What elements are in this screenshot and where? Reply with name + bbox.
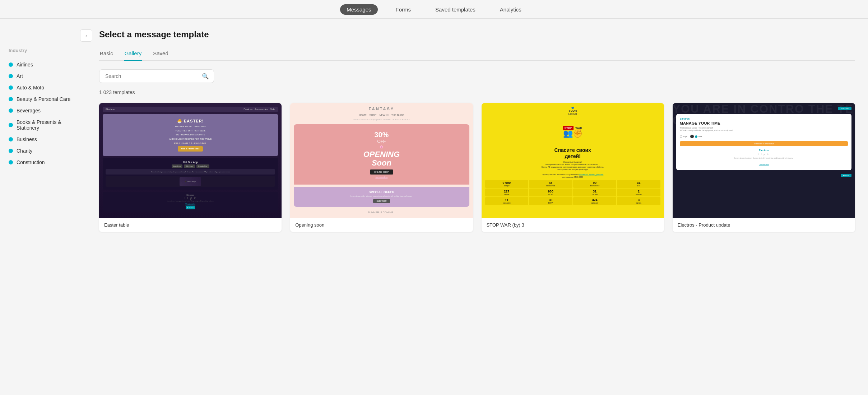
electros-theme-options: Light Dark xyxy=(680,135,848,138)
template-tabs: Basic Gallery Saved xyxy=(99,48,855,61)
template-preview-electros: YOU ARE IN CONTRO THE TECHNI Electros El… xyxy=(673,103,855,218)
template-card-stop-war[interactable]: 💙 YOUR LOGO STOP WAR 👥✊ xyxy=(482,103,664,232)
sidebar-item-construction[interactable]: Construction xyxy=(7,157,86,168)
sidebar-item-beauty-personal-care[interactable]: Beauty & Personal Care xyxy=(7,93,86,105)
tab-gallery[interactable]: Gallery xyxy=(124,48,143,61)
sidebar-list: Airlines Art Auto & Moto Beauty & Person… xyxy=(7,59,86,168)
sidebar-item-auto-moto[interactable]: Auto & Moto xyxy=(7,82,86,93)
radio-dark[interactable] xyxy=(695,135,697,138)
tab-saved[interactable]: Saved xyxy=(152,48,169,61)
stopwar-illustration: STOP WAR 👥✊ xyxy=(485,117,660,146)
sidebar-dot-business xyxy=(9,137,13,141)
sidebar-dot-art xyxy=(9,74,13,78)
electros-inner-card: Electros MANAGE YOUR TIME The technique … xyxy=(676,114,851,170)
sidebar-item-business[interactable]: Business xyxy=(7,134,86,145)
main-content: Select a message template Basic Gallery … xyxy=(86,19,868,395)
template-preview-stopwar: 💙 YOUR LOGO STOP WAR 👥✊ xyxy=(482,103,664,218)
sidebar-item-books-presents-stationery[interactable]: Books & Presents & Stationery xyxy=(7,116,86,134)
opening-nav: HOMESHOPNEW INTHE BLOG xyxy=(294,114,469,116)
stopwar-body: Уважаемые беларусы! По Гарантийной ягоды… xyxy=(540,161,605,178)
radio-light[interactable] xyxy=(680,135,682,138)
chevron-left-icon: ‹ xyxy=(85,33,87,38)
sidebar-label-charity: Charity xyxy=(17,148,32,154)
sidebar-label-construction: Construction xyxy=(17,159,45,165)
nav-item-forms[interactable]: Forms xyxy=(389,4,418,15)
easter-footer: Electros f t yt in Lorem ipsum is simply… xyxy=(103,192,278,212)
nav-item-analytics[interactable]: Analytics xyxy=(493,4,528,15)
sidebar-item-beverages[interactable]: Beverages xyxy=(7,105,86,116)
sidebar-dot-charity xyxy=(9,149,13,153)
template-label-opening: Opening soon xyxy=(290,218,473,232)
template-preview-easter: Electros Devices Accessories Sale 🐣 EAST… xyxy=(99,103,282,218)
easter-hero: 🐣 EASTER! GATHER YOUR LOVED ONES TOGETHE… xyxy=(103,114,278,156)
nav-item-messages[interactable]: Messages xyxy=(340,4,377,15)
search-wrapper: 🔍 xyxy=(99,69,214,83)
electros-footer-text: Lorem ipsum is simply dummy text of the … xyxy=(680,157,848,159)
template-card-electros[interactable]: YOU ARE IN CONTRO THE TECHNI Electros El… xyxy=(673,103,855,232)
main-layout: ‹ Industry Airlines Art Auto & Moto Beau… xyxy=(0,19,868,395)
page-title: Select a message template xyxy=(99,29,855,40)
nav-item-saved-templates[interactable]: Saved templates xyxy=(429,4,482,15)
opening-mid: SPECIAL OFFER Lorem ipsum dolor sit amet… xyxy=(294,187,469,207)
easter-app-section: Get Our App AppStore Windows GooglePlay … xyxy=(103,158,278,190)
template-label-stopwar: STOP WAR (by) 3 xyxy=(482,218,664,232)
sidebar-label-auto-moto: Auto & Moto xyxy=(17,85,44,90)
stopwar-headline: Спасите своихдетей! xyxy=(554,147,591,159)
stopwar-logo: 💙 YOUR LOGO xyxy=(568,107,577,116)
electros-headline: MANAGE YOUR TIME xyxy=(680,121,848,125)
template-label-electros: Electros - Product update xyxy=(673,218,855,232)
checkout-button[interactable]: Proceed to checkout xyxy=(680,141,848,146)
theme-circle-dark xyxy=(690,135,694,138)
sidebar-dot-construction xyxy=(9,160,13,164)
sidebar-label-beverages: Beverages xyxy=(17,108,41,113)
stopwar-stats-grid: 9 000солдат 43самолётов 90вертолётов 31Б… xyxy=(485,180,660,205)
opening-summer: SUMMER IS COMING... xyxy=(294,209,469,216)
sidebar-item-airlines[interactable]: Airlines xyxy=(7,59,86,70)
tab-basic[interactable]: Basic xyxy=(99,48,114,61)
electros-subtext: The technique assists - you are in contr… xyxy=(680,127,848,132)
search-input[interactable] xyxy=(99,69,214,83)
opening-hero: 30% OFF 🌸 OPENINGSoon ONLINE SHOP summer… xyxy=(294,124,469,185)
sidebar: ‹ Industry Airlines Art Auto & Moto Beau… xyxy=(0,19,86,395)
sidebar-dot-airlines xyxy=(9,62,13,67)
template-card-easter-table[interactable]: Electros Devices Accessories Sale 🐣 EAST… xyxy=(99,103,282,232)
easter-nav-bar: Electros Devices Accessories Sale xyxy=(103,107,278,112)
sidebar-label-beauty: Beauty & Personal Care xyxy=(17,96,70,102)
sidebar-dot-beauty xyxy=(9,97,13,101)
sidebar-toggle-button[interactable]: ‹ xyxy=(80,29,92,42)
sidebar-label-airlines: Airlines xyxy=(17,62,33,68)
sidebar-item-charity[interactable]: Charity xyxy=(7,145,86,157)
sidebar-dot-books xyxy=(9,123,13,127)
sidebar-label-books: Books & Presents & Stationery xyxy=(17,119,84,131)
template-card-opening-soon[interactable]: FANTASY HOMESHOPNEW INTHE BLOG ✈ FREE SH… xyxy=(290,103,473,232)
sidebar-item-art[interactable]: Art xyxy=(7,70,86,82)
sidebar-label-art: Art xyxy=(17,73,23,79)
sidebar-divider xyxy=(7,26,86,26)
search-icon: 🔍 xyxy=(202,73,209,80)
top-navigation: Messages Forms Saved templates Analytics xyxy=(0,0,868,19)
sidebar-label-business: Business xyxy=(17,136,37,142)
template-label-easter: Easter table xyxy=(99,218,282,232)
template-preview-opening: FANTASY HOMESHOPNEW INTHE BLOG ✈ FREE SH… xyxy=(290,103,473,218)
templates-count: 1 023 templates xyxy=(99,89,855,95)
electros-brand: Electros xyxy=(680,117,848,120)
sidebar-section-title: Industry xyxy=(7,48,86,53)
sidebar-dot-beverages xyxy=(9,108,13,113)
template-grid: Electros Devices Accessories Sale 🐣 EAST… xyxy=(99,103,855,232)
sidebar-dot-auto-moto xyxy=(9,85,13,90)
